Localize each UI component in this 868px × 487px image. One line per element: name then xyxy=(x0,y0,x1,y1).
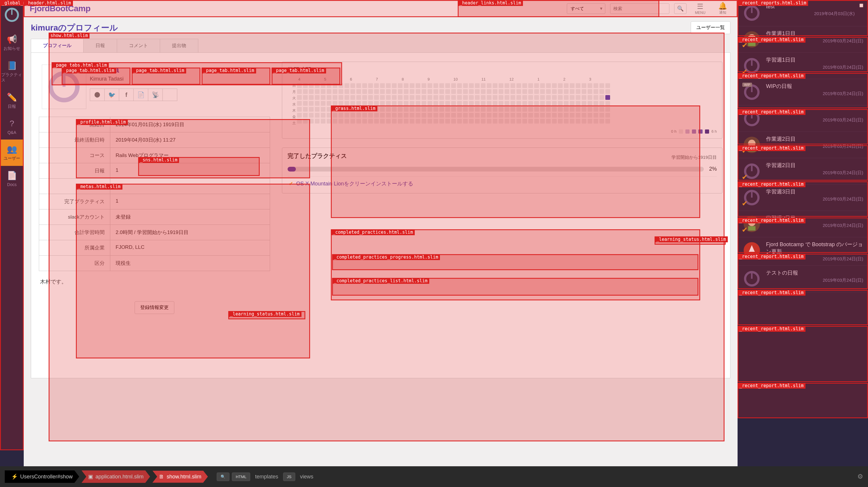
nav-icon: 👥 xyxy=(7,144,17,154)
recent-report-item[interactable]: ✔学習週3日目2019年03月24日(日) xyxy=(738,185,868,211)
recent-report-item[interactable]: ✔学習週3日目2019年03月24日(日) xyxy=(738,211,868,237)
report-avatar: ✔ xyxy=(742,135,761,154)
nav-icon: 📢 xyxy=(7,34,17,44)
nav-logo[interactable] xyxy=(0,0,24,30)
meta-row: 合計学習時間2.0時間 / 学習開始から1919日目 xyxy=(39,225,270,240)
nav-item-日報[interactable]: ✏️日報 xyxy=(0,88,24,114)
svg-rect-22 xyxy=(751,190,753,198)
footer-search-button[interactable]: 🔍 xyxy=(217,473,229,481)
dev-footer: ⚡UsersController#show ▣application.html.… xyxy=(0,466,868,487)
bio-text: 木村です。 xyxy=(39,276,270,288)
nav-item-Q&A[interactable]: ?Q&A xyxy=(0,114,24,139)
footer-tag-templates[interactable]: templates xyxy=(253,474,280,480)
page-title: kimuraのプロフィール xyxy=(31,22,118,33)
svg-rect-18 xyxy=(748,147,756,152)
meta-row: コメント0 xyxy=(39,178,270,194)
nav-icon: ✏️ xyxy=(7,92,17,102)
profile-name: Kimura Tadasi xyxy=(90,76,177,82)
document-icon[interactable]: 📄 xyxy=(133,89,148,101)
nav-icon: 📄 xyxy=(7,171,17,181)
sns-blank xyxy=(162,89,177,101)
grass-card: 学習時間 456789101112123 日月火水木金土 0 h xyxy=(282,62,722,139)
recent-report-item[interactable]: ✔作業週2日目2019年03月24日(日) xyxy=(738,132,868,158)
search-input[interactable] xyxy=(610,3,670,14)
recent-report-item[interactable]: test2019年04月03日(水) xyxy=(738,0,868,26)
gear-icon[interactable]: ⚙ xyxy=(857,473,863,481)
page-tabs: プロフィール日報コメント提出物 xyxy=(31,39,731,53)
meta-row: 日報1 xyxy=(39,163,270,178)
github-icon[interactable] xyxy=(90,89,105,101)
recent-report-item[interactable]: ✔学習週1日目2019年03月24日(日) xyxy=(738,53,868,79)
tab-日報[interactable]: 日報 xyxy=(83,39,117,53)
meta-row: コースRails Webプログラマー xyxy=(39,148,270,163)
profile-login: kimura xyxy=(90,65,177,75)
search-filter-select[interactable]: すべて xyxy=(567,3,606,14)
facebook-icon[interactable]: f xyxy=(119,89,134,101)
main-column: FjordBootCamp すべて 🔍 ☰MENU 🔔通知 kimuraのプロフ… xyxy=(24,0,738,466)
svg-point-24 xyxy=(748,219,756,226)
lightning-icon: ⚡ xyxy=(11,474,18,480)
grass-title: 学習時間 xyxy=(287,66,717,74)
report-checkbox[interactable] xyxy=(859,4,863,7)
footer-tag-views[interactable]: views xyxy=(298,474,316,480)
nav-item-プラクティス[interactable]: 📘プラクティス xyxy=(0,56,24,88)
meta-row: 所属企業FJORD, LLC xyxy=(39,240,270,256)
meta-table: 開始日2014年01月01日(水) 1919日目最終活動日時2019年04月03… xyxy=(39,117,270,271)
avatar xyxy=(42,65,86,109)
completed-practice-item[interactable]: ✔ OS X Mountain Lionをクリーンインストールする xyxy=(287,176,717,188)
recent-report-item[interactable]: ✔作業週1日目2019年03月24日(日) xyxy=(738,26,868,53)
meta-row: slackアカウント未登録 xyxy=(39,209,270,225)
rss-icon[interactable]: 📡 xyxy=(148,89,163,101)
recent-report-item[interactable]: テストの日報2019年03月24日(日) xyxy=(738,105,868,132)
profile-card: kimura Kimura Tadasi 🐦 f 📄 📡 xyxy=(39,62,270,112)
check-icon: ✔ xyxy=(289,181,293,187)
crumb-layout[interactable]: ▣application.html.slim xyxy=(82,470,150,483)
recent-report-item[interactable]: WIPWIPの日報2019年03月24日(日) xyxy=(738,79,868,105)
notice-button[interactable]: 🔔通知 xyxy=(714,2,732,15)
edit-profile-button[interactable]: 登録情報変更 xyxy=(134,301,174,314)
search-button[interactable]: 🔍 xyxy=(674,3,687,14)
report-avatar: ✔ xyxy=(742,241,761,260)
recent-report-item[interactable]: ✔Fjord Bootcamp で Bootstrap のバージョン更新2019… xyxy=(738,237,868,266)
twitter-icon[interactable]: 🐦 xyxy=(104,89,119,101)
tab-提出物[interactable]: 提出物 xyxy=(160,39,198,53)
report-avatar: WIP xyxy=(742,83,761,102)
footer-tag-html[interactable]: HTML xyxy=(232,473,250,481)
recent-report-item[interactable]: テストの日報2019年03月24日(日) xyxy=(738,266,868,292)
report-avatar xyxy=(742,269,761,288)
menu-button[interactable]: ☰MENU xyxy=(691,2,709,15)
report-avatar xyxy=(742,4,761,23)
header: FjordBootCamp すべて 🔍 ☰MENU 🔔通知 xyxy=(24,0,738,17)
crumb-template[interactable]: 🗎show.html.slim xyxy=(152,471,208,483)
nav-item-Docs[interactable]: 📄Docs xyxy=(0,166,24,192)
tab-コメント[interactable]: コメント xyxy=(117,39,160,53)
meta-row: 最終活動日時2019年04月03日(水) 11:27 xyxy=(39,132,270,148)
file-icon: 🗎 xyxy=(159,474,164,480)
svg-rect-28 xyxy=(751,271,753,279)
svg-point-4 xyxy=(95,92,100,97)
svg-rect-1 xyxy=(11,9,12,15)
report-avatar: ✔ xyxy=(742,188,761,207)
progress-bar: 2% xyxy=(287,166,717,172)
nav-item-お知らせ[interactable]: 📢お知らせ xyxy=(0,30,24,56)
svg-point-8 xyxy=(748,34,756,42)
footer-tag-js[interactable]: JS xyxy=(283,473,296,481)
tab-プロフィール[interactable]: プロフィール xyxy=(31,39,84,53)
report-avatar xyxy=(742,109,761,128)
svg-rect-9 xyxy=(748,42,756,46)
svg-point-17 xyxy=(748,140,756,147)
nav-item-ユーザー[interactable]: 👥ユーザー xyxy=(0,139,24,166)
layout-icon: ▣ xyxy=(88,474,93,480)
logo-text[interactable]: FjordBootCamp xyxy=(30,4,90,13)
sns-row: 🐦 f 📄 📡 xyxy=(90,89,177,101)
report-avatar: ✔ xyxy=(742,215,761,233)
report-avatar: ✔ xyxy=(742,56,761,75)
report-avatar: ✔ xyxy=(742,162,761,181)
users-list-button[interactable]: ユーザー一覧 xyxy=(691,21,731,34)
crumb-controller[interactable]: ⚡UsersController#show xyxy=(5,470,79,483)
grass-legend: 0 h 6 h xyxy=(287,129,717,134)
completed-practices-card: 完了したプラクティス 学習開始から1919日目 2% ✔ OS X Mounta… xyxy=(282,148,722,193)
recent-report-item[interactable]: ✔学習週2日目2019年03月24日(日) xyxy=(738,158,868,185)
svg-rect-6 xyxy=(751,6,753,13)
recent-reports-list: test2019年04月03日(水)✔作業週1日目2019年03月24日(日)✔… xyxy=(738,0,868,466)
